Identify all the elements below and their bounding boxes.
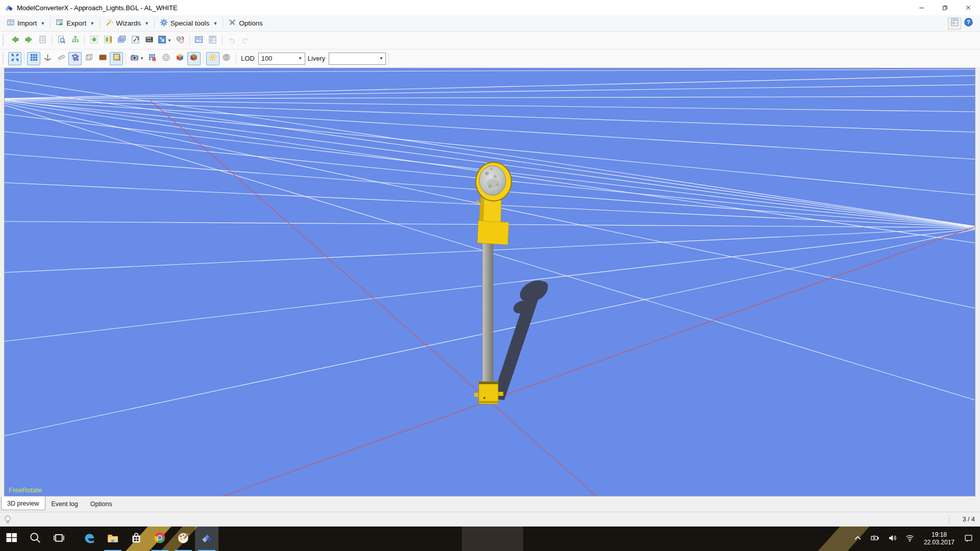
- toolbar-separator: [236, 53, 236, 64]
- status-separator: [949, 515, 949, 524]
- texture-viewer-button[interactable]: [192, 34, 206, 47]
- show-drawcalls-button[interactable]: [146, 52, 159, 65]
- wiresphere-icon: [162, 53, 170, 64]
- 3d-viewport[interactable]: FreeRotate: [4, 68, 975, 496]
- taskbar-chrome-button[interactable]: [148, 527, 172, 551]
- tools-icon: [228, 18, 236, 28]
- lod-label: LOD: [241, 55, 255, 62]
- start-button[interactable]: [0, 527, 23, 551]
- hierarchy-editor-button[interactable]: [68, 34, 82, 47]
- taskbar-explorer-button[interactable]: [101, 527, 125, 551]
- object-editor-button[interactable]: [129, 34, 142, 47]
- taskbar-store-button[interactable]: [125, 527, 148, 551]
- minimize-button[interactable]: [910, 0, 933, 15]
- animation-editor-button[interactable]: [142, 34, 156, 47]
- toolbar-grip[interactable]: [3, 35, 5, 46]
- menu-export-label: Export: [66, 19, 86, 27]
- show-attachpoints-button[interactable]: [55, 52, 68, 65]
- object-count: 3 / 4: [954, 516, 975, 523]
- mipmap-view-button[interactable]: [174, 52, 187, 65]
- taskbar-edge-button[interactable]: [78, 527, 101, 551]
- wireframe-button[interactable]: [82, 52, 95, 65]
- object-information-button[interactable]: [948, 17, 961, 30]
- lod-combobox[interactable]: 100 ▼: [258, 53, 305, 65]
- svg-text:?: ?: [967, 19, 970, 25]
- redo-button: [239, 34, 252, 47]
- folder-icon: [107, 532, 119, 546]
- wrench-frame-icon: [131, 35, 140, 46]
- picture-icon: [194, 35, 203, 46]
- menu-import[interactable]: Import▼: [3, 17, 48, 30]
- taskbar-search-button[interactable]: [23, 527, 47, 551]
- chevron-down-icon[interactable]: ▼: [140, 56, 144, 61]
- minimize-drawcalls-button[interactable]: [87, 34, 101, 47]
- taskbar-modelconverterx-button[interactable]: [195, 527, 218, 551]
- menu-special-tools-label: Special tools: [170, 19, 210, 27]
- tab-3d-preview[interactable]: 3D preview: [1, 496, 45, 510]
- textured-render-button[interactable]: [187, 52, 201, 65]
- close-button[interactable]: [957, 0, 980, 15]
- battery-icon[interactable]: [868, 527, 883, 551]
- help-button[interactable]: ?: [964, 18, 973, 29]
- document-icon: [38, 35, 47, 46]
- bounding-sphere-button[interactable]: [160, 52, 173, 65]
- chevron-down-icon[interactable]: ▼: [296, 53, 305, 64]
- frame-star-icon: [90, 35, 99, 46]
- zoom-to-fit-button[interactable]: [8, 52, 21, 65]
- magnifier-doc-icon: [57, 35, 66, 46]
- layers-icon: [117, 35, 126, 46]
- restore-button[interactable]: [933, 0, 957, 15]
- back-button[interactable]: [8, 34, 21, 47]
- axes-icon: [43, 53, 52, 64]
- show-axes-button[interactable]: [41, 52, 54, 65]
- camera-icon: [130, 53, 139, 64]
- expand-icon: [11, 53, 19, 64]
- tray-expand-icon[interactable]: [850, 527, 866, 551]
- scale-object-button[interactable]: ▼: [156, 34, 173, 47]
- chevron-down-icon[interactable]: ▼: [377, 53, 385, 64]
- menu-options[interactable]: Options: [225, 17, 266, 30]
- earth-curve-button[interactable]: [220, 52, 233, 65]
- chevron-down-icon: ▼: [144, 21, 149, 26]
- forward-button[interactable]: [22, 34, 35, 47]
- chevron-down-icon: ▼: [213, 21, 217, 26]
- tab-event-log[interactable]: Event log: [45, 497, 84, 510]
- taskbar-paint-button[interactable]: [172, 527, 195, 551]
- toolbar-main: ▼: [0, 32, 980, 49]
- show-polygons-button[interactable]: [110, 52, 123, 65]
- show-grid-button[interactable]: [27, 52, 40, 65]
- camera-view-button[interactable]: ▼: [129, 52, 145, 65]
- material-editor-button[interactable]: [206, 34, 219, 47]
- texcube-icon: [189, 53, 198, 64]
- store-icon: [130, 532, 142, 546]
- show-vertices-button[interactable]: [68, 52, 82, 65]
- redo-icon: [241, 35, 250, 46]
- undo-icon: [227, 35, 236, 46]
- lighting-button[interactable]: [206, 52, 219, 65]
- taskbar-clock[interactable]: 19:1822.03.2017: [920, 531, 959, 546]
- menu-export[interactable]: Export▼: [52, 17, 98, 30]
- toolbar-grip[interactable]: [3, 53, 5, 64]
- volume-icon[interactable]: [885, 527, 900, 551]
- menu-special-tools[interactable]: Special tools▼: [156, 17, 221, 30]
- task-view-button[interactable]: [47, 527, 70, 551]
- action-center-button[interactable]: [961, 527, 976, 551]
- livery-combobox[interactable]: ▼: [329, 53, 386, 65]
- chevron-down-icon[interactable]: ▼: [167, 38, 172, 43]
- material-replace-button[interactable]: [174, 34, 187, 47]
- arrow-left-icon: [11, 35, 19, 46]
- wifi-icon[interactable]: [902, 527, 918, 551]
- lod-value: 100: [259, 55, 296, 62]
- object-preview-button[interactable]: [55, 34, 68, 47]
- menu-wizards-label: Wizards: [116, 19, 141, 27]
- menu-wizards[interactable]: Wizards▼: [102, 17, 153, 30]
- merge-objects-button[interactable]: [115, 34, 128, 47]
- event-log-button[interactable]: [36, 34, 49, 47]
- tab-options[interactable]: Options: [84, 497, 118, 510]
- menu-separator: [223, 18, 223, 29]
- show-textures-button[interactable]: [96, 52, 109, 65]
- toolbar-separator: [203, 53, 204, 64]
- texture-mapping-button[interactable]: [101, 34, 114, 47]
- drawcalls-icon: [148, 53, 157, 64]
- toolbar-separator: [84, 35, 85, 46]
